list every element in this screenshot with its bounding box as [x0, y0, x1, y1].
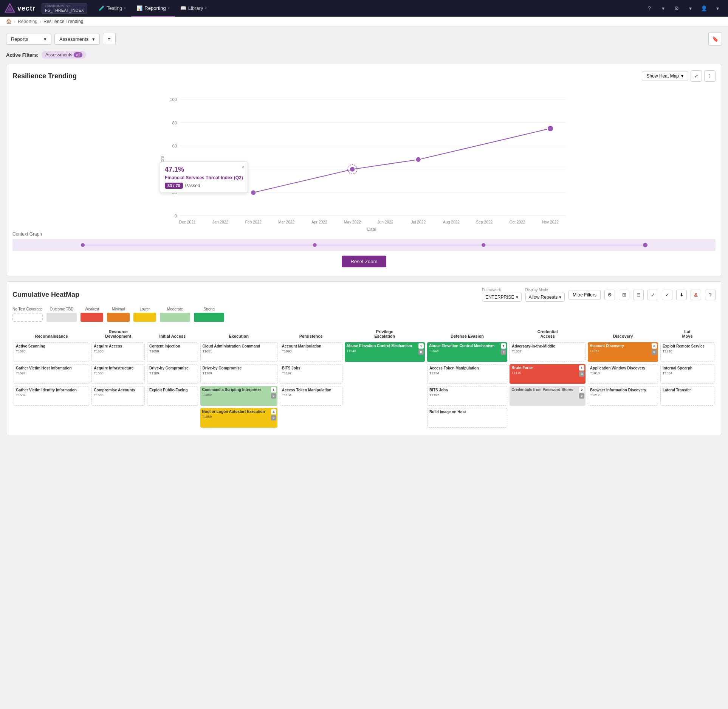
logo[interactable]: vectr: [5, 3, 36, 14]
badge-disc-1: 3: [652, 343, 657, 349]
cell-lateral-transfer[interactable]: Lateral Transfer: [659, 385, 716, 407]
cell-compromise-accounts[interactable]: Compromise Accounts T1586: [90, 385, 146, 407]
cell-abuse-elevation-priv[interactable]: Abuse Elevation Control Mechanism T1548 …: [344, 341, 426, 363]
cell-boot-logon[interactable]: Boot or Logon Autostart Execution T1059 …: [199, 407, 279, 429]
filter-tag-assessments[interactable]: Assessments all: [42, 51, 86, 59]
assessments-label: Assessments: [59, 36, 88, 42]
filter-icon: ≡: [108, 36, 111, 42]
legend-weakest-box: [81, 313, 103, 322]
tooltip-close-button[interactable]: ×: [242, 164, 245, 170]
help-button[interactable]: ?: [643, 2, 655, 14]
assessments-dropdown[interactable]: Assessments ▾: [54, 34, 100, 45]
mitre-filters-button[interactable]: Mitre Filters: [568, 290, 601, 300]
score-badge: 33 / 70: [165, 183, 183, 189]
help-chevron[interactable]: ▾: [657, 2, 669, 14]
reset-zoom-button[interactable]: Reset Zoom: [342, 256, 387, 267]
filter-button[interactable]: ≡: [103, 33, 116, 45]
breadcrumb-sep-1: ›: [14, 19, 15, 24]
tooltip-percentage: 47.1%: [165, 166, 243, 174]
legend-lower-label: Lower: [139, 307, 150, 311]
cell-driveby2[interactable]: Drive-by Compromise T1189: [199, 363, 279, 385]
cell-account-manip[interactable]: Account Manipulation T1098: [279, 341, 344, 363]
cell-browser-info[interactable]: Browser Information Discovery T1217: [587, 385, 659, 407]
cell-command-scripting[interactable]: Command a Scripting Interpreter T1059 1 …: [199, 385, 279, 407]
legend-moderate-box: [160, 313, 190, 322]
cell-adversary-middle[interactable]: Adversary-in-the-Middle T1557: [508, 341, 587, 363]
cell-empty-disc4: [587, 407, 659, 429]
display-mode-chevron-icon: ▾: [559, 295, 561, 300]
settings-button[interactable]: ⚙: [671, 2, 683, 14]
cell-creds-password-stores[interactable]: Credentials from Password Stores 2 0: [508, 385, 587, 407]
legend-minimal: Minimal: [107, 307, 130, 322]
cell-content-injection[interactable]: Content Injection T1659: [146, 341, 199, 363]
display-mode-value: Allow Repeats: [529, 295, 558, 300]
legend-minimal-label: Minimal: [112, 307, 125, 311]
show-heat-map-button[interactable]: Show Heat Map ▾: [642, 71, 688, 81]
heatmap-download-button[interactable]: ⬇: [676, 290, 687, 300]
cell-acquire-access[interactable]: Acquire Access T1650: [90, 341, 146, 363]
heatmap-expand-button[interactable]: ⤢: [647, 290, 658, 300]
environment-selector[interactable]: ENVIRONMENT FS_THREAT_INDEX: [42, 3, 87, 14]
bookmark-icon: 🔖: [712, 36, 719, 42]
cell-access-token-pers[interactable]: Access Token Manipulation T1134: [279, 385, 344, 407]
cell-empty-pers4: [279, 407, 344, 429]
cell-active-scanning[interactable]: Active Scanning T1595: [12, 341, 90, 363]
nav-item-reporting[interactable]: 📊 Reporting ▾: [131, 0, 175, 17]
heat-map-chevron-icon: ▾: [681, 73, 683, 79]
cell-gather-host[interactable]: Gather Victim Host Information T1592: [12, 363, 90, 385]
chevron-down-icon: ▾: [124, 6, 126, 10]
home-icon[interactable]: 🏠: [6, 19, 12, 24]
heatmap-grid-button[interactable]: ⊞: [619, 290, 629, 300]
reports-dropdown[interactable]: Reports ▾: [6, 34, 51, 45]
badge-boot-2: 0: [271, 415, 276, 420]
badge-count-def: 1: [501, 343, 506, 349]
cell-gather-identity[interactable]: Gather Victim Identity Information T1589: [12, 385, 90, 407]
cell-exploit-remote[interactable]: Exploit Remote Service T1210: [659, 341, 716, 363]
heatmap-settings-button[interactable]: ⚙: [604, 290, 615, 300]
nav-item-testing[interactable]: 🧪 Testing ▾: [93, 0, 131, 17]
breadcrumb-current: Resilience Trending: [43, 19, 83, 24]
expand-button[interactable]: ⤢: [691, 70, 702, 82]
cell-abuse-elevation-def[interactable]: Abuse Elevation Control Mechanism T1548 …: [426, 341, 508, 363]
settings-chevron[interactable]: ▾: [684, 2, 696, 14]
cell-acquire-infra[interactable]: Acquire Infrastructure T1583: [90, 363, 146, 385]
legend-weakest: Weakest: [81, 307, 103, 322]
legend-no-test-box: [12, 313, 43, 322]
breadcrumb-reporting[interactable]: Reporting: [18, 19, 37, 24]
cell-access-token-def[interactable]: Access Token Manipulation T1134: [426, 363, 508, 385]
nav-item-library[interactable]: 📖 Library ▾: [175, 0, 212, 17]
user-chevron[interactable]: ▾: [711, 2, 723, 14]
display-mode-select[interactable]: Allow Repeats ▾: [525, 293, 565, 302]
heatmap-help-button[interactable]: ?: [705, 290, 716, 300]
heatmap-filter-button[interactable]: ⊟: [633, 290, 644, 300]
cell-app-window[interactable]: Application Window Discovery T1010: [587, 363, 659, 385]
cell-brute-force[interactable]: Brute Force T1110 1 0: [508, 363, 587, 385]
framework-select[interactable]: ENTERPRISE ▾: [482, 293, 522, 302]
ellipsis-icon: ⋮: [708, 73, 712, 79]
cell-account-discovery[interactable]: Account Discovery T1087 3 0: [587, 341, 659, 363]
cell-bits-jobs[interactable]: BITS Jobs T1197: [279, 363, 344, 385]
user-button[interactable]: 👤: [698, 2, 710, 14]
framework-chevron-icon: ▾: [516, 295, 518, 300]
more-options-button[interactable]: ⋮: [704, 70, 716, 82]
heatmap-row-2: Gather Victim Host Information T1592 Acq…: [12, 363, 716, 385]
reports-label: Reports: [11, 36, 28, 42]
heatmap-header: Cumulative HeatMap Framework ENTERPRISE …: [12, 288, 716, 302]
cell-empty-resource4: [90, 407, 146, 429]
svg-text:Oct 2022: Oct 2022: [510, 220, 525, 224]
download-icon: ⬇: [680, 292, 684, 298]
cell-internal-spear[interactable]: Internal Spearph T1534: [659, 363, 716, 385]
heatmap-check-button[interactable]: ✓: [662, 290, 672, 300]
cell-bits-jobs-def[interactable]: BITS Jobs T1197: [426, 385, 508, 407]
flask-icon: 🧪: [99, 5, 105, 11]
cell-build-image[interactable]: Build Image on Host: [426, 407, 508, 429]
cell-cloud-admin[interactable]: Cloud Administration Command T1651: [199, 341, 279, 363]
cell-exploit-public[interactable]: Exploit Public-Facing: [146, 385, 199, 407]
logo-text: vectr: [17, 5, 36, 12]
cell-driveby[interactable]: Drive-by Compromise T1189: [146, 363, 199, 385]
nav-reporting-label: Reporting: [144, 5, 166, 11]
legend-minimal-box: [107, 313, 130, 322]
heatmap-ampersand-button[interactable]: &: [691, 290, 701, 300]
bookmark-button[interactable]: 🔖: [708, 32, 722, 46]
svg-text:80: 80: [172, 121, 177, 125]
